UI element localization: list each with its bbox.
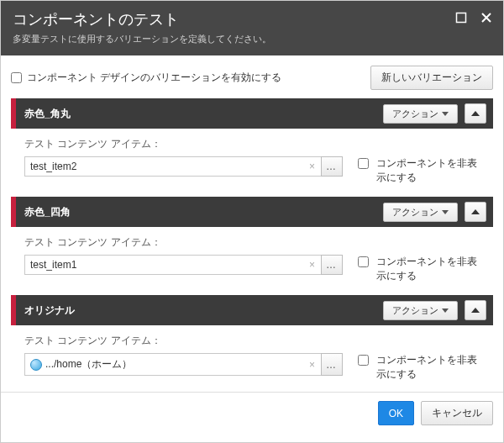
content-item-input[interactable]: .../home（ホーム） bbox=[24, 353, 304, 376]
hide-component-checkbox-label[interactable]: コンポーネントを非表示にする bbox=[354, 156, 480, 185]
section-body: テスト コンテンツ アイテム： .../home（ホーム） × … コンポーネン… bbox=[11, 325, 493, 392]
chevron-up-icon bbox=[471, 308, 480, 313]
clear-button[interactable]: × bbox=[304, 156, 321, 177]
chevron-up-icon bbox=[471, 209, 480, 214]
section-header: 赤色_角丸 アクション bbox=[11, 98, 493, 129]
browse-button[interactable]: … bbox=[321, 353, 343, 376]
enable-variation-checkbox-label[interactable]: コンポーネント デザインのバリエーションを有効にする bbox=[11, 71, 281, 85]
dialog-footer: OK キャンセル bbox=[1, 392, 503, 434]
content-item-label: テスト コンテンツ アイテム： bbox=[24, 235, 480, 250]
section-header: 赤色_四角 アクション bbox=[11, 197, 493, 227]
clear-button[interactable]: × bbox=[304, 255, 321, 275]
section-title: 赤色_角丸 bbox=[16, 107, 376, 121]
section-body: テスト コンテンツ アイテム： test_item1 × … コンポーネントを非… bbox=[11, 227, 493, 295]
section-title: オリジナル bbox=[16, 303, 376, 318]
chevron-up-icon bbox=[471, 111, 480, 116]
new-variation-button[interactable]: 新しいバリエーション bbox=[370, 66, 493, 90]
hide-component-text: コンポーネントを非表示にする bbox=[376, 255, 480, 283]
action-dropdown[interactable]: アクション bbox=[383, 301, 458, 320]
content-item-input[interactable]: test_item2 bbox=[24, 156, 304, 177]
content-item-value: .../home（ホーム） bbox=[45, 357, 132, 372]
content-item-value: test_item1 bbox=[30, 259, 76, 271]
action-dropdown[interactable]: アクション bbox=[383, 203, 458, 222]
collapse-button[interactable] bbox=[465, 202, 486, 222]
content-item-label: テスト コンテンツ アイテム： bbox=[24, 334, 480, 348]
hide-component-checkbox[interactable] bbox=[358, 256, 369, 267]
ok-button[interactable]: OK bbox=[378, 401, 414, 425]
hide-component-checkbox-label[interactable]: コンポーネントを非表示にする bbox=[354, 353, 480, 382]
hide-component-text: コンポーネントを非表示にする bbox=[376, 353, 480, 382]
globe-icon bbox=[30, 359, 42, 371]
close-button[interactable] bbox=[476, 8, 496, 28]
dialog-title: コンポーネントのテスト bbox=[13, 9, 491, 29]
variation-section: オリジナル アクション テスト コンテンツ アイテム： .../home（ホーム… bbox=[11, 295, 493, 392]
action-dropdown[interactable]: アクション bbox=[383, 104, 458, 124]
clear-button[interactable]: × bbox=[304, 353, 321, 376]
browse-button[interactable]: … bbox=[321, 255, 343, 275]
chevron-down-icon bbox=[442, 210, 449, 214]
enable-variation-text: コンポーネント デザインのバリエーションを有効にする bbox=[27, 71, 281, 85]
maximize-button[interactable] bbox=[451, 8, 471, 28]
chevron-down-icon bbox=[442, 309, 449, 313]
chevron-down-icon bbox=[442, 112, 449, 116]
hide-component-checkbox[interactable] bbox=[358, 158, 369, 169]
dialog-body: コンポーネント デザインのバリエーションを有効にする 新しいバリエーション 赤色… bbox=[1, 55, 503, 392]
dialog-header: コンポーネントのテスト 多変量テストに使用するバリエーションを定義してください。 bbox=[1, 1, 503, 55]
hide-component-checkbox-label[interactable]: コンポーネントを非表示にする bbox=[354, 255, 480, 283]
section-body: テスト コンテンツ アイテム： test_item2 × … コンポーネントを非… bbox=[11, 129, 493, 197]
content-item-input[interactable]: test_item1 bbox=[24, 255, 304, 275]
hide-component-checkbox[interactable] bbox=[358, 355, 369, 366]
collapse-button[interactable] bbox=[465, 300, 486, 320]
variation-section: 赤色_角丸 アクション テスト コンテンツ アイテム： test_item2 ×… bbox=[11, 98, 493, 197]
dialog-subtitle: 多変量テストに使用するバリエーションを定義してください。 bbox=[13, 33, 491, 45]
svg-rect-0 bbox=[457, 13, 466, 23]
section-header: オリジナル アクション bbox=[11, 295, 493, 325]
content-item-input-group: test_item2 × … bbox=[24, 156, 343, 177]
content-item-value: test_item2 bbox=[30, 161, 76, 172]
hide-component-text: コンポーネントを非表示にする bbox=[376, 156, 480, 185]
content-item-label: テスト コンテンツ アイテム： bbox=[24, 137, 480, 151]
enable-variation-checkbox[interactable] bbox=[11, 72, 22, 83]
section-title: 赤色_四角 bbox=[16, 205, 376, 219]
variation-section: 赤色_四角 アクション テスト コンテンツ アイテム： test_item1 ×… bbox=[11, 197, 493, 295]
content-item-input-group: .../home（ホーム） × … bbox=[24, 353, 343, 376]
collapse-button[interactable] bbox=[465, 103, 486, 124]
content-item-input-group: test_item1 × … bbox=[24, 255, 343, 275]
browse-button[interactable]: … bbox=[321, 156, 343, 177]
cancel-button[interactable]: キャンセル bbox=[421, 401, 493, 425]
